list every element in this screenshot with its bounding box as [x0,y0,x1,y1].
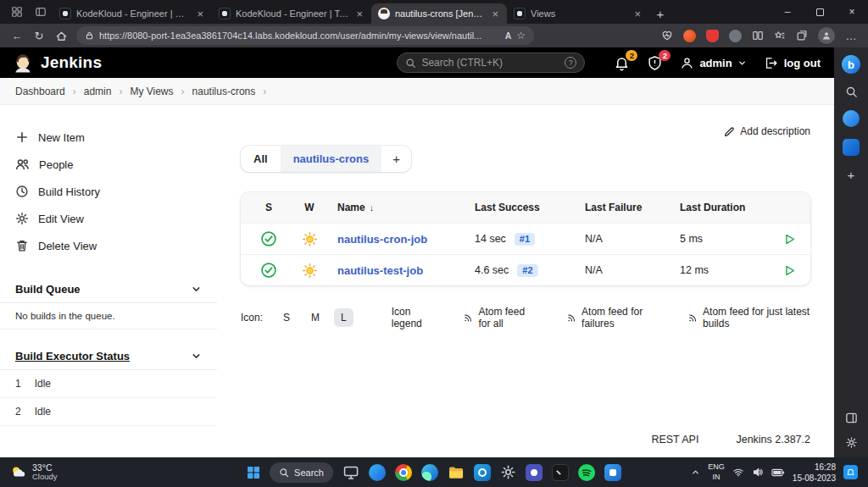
terminal-icon[interactable] [552,464,569,481]
build-number-badge[interactable]: #2 [517,264,537,277]
browser-tab[interactable]: KodeKloud - Engineer | Task × [212,3,371,24]
sidebar-item-build-history[interactable]: Build History [0,178,217,205]
weather-widget[interactable]: 33°C Cloudy [10,462,58,482]
icon-legend-link[interactable]: Icon legend [392,306,434,329]
copilot-icon[interactable] [369,464,386,481]
col-weather[interactable]: W [304,202,314,213]
last-success-time[interactable]: 4.6 sec [475,264,509,276]
jenkins-version[interactable]: Jenkins 2.387.2 [736,434,810,445]
back-button[interactable]: ← [7,25,27,46]
edge-icon[interactable] [421,464,438,481]
security-warning-icon[interactable]: 2 [647,55,663,71]
status-success-icon[interactable] [260,230,277,247]
executor-status-header[interactable]: Build Executor Status [0,341,217,370]
atom-feed-latest[interactable]: Atom feed for just latest builds [688,306,810,329]
view-tab-nautilus-crons[interactable]: nautilus-crons [281,146,382,172]
breadcrumb-nautilus-crons[interactable]: nautilus-crons [192,86,256,97]
taskbar-app-icon[interactable] [604,464,621,481]
browser-tab-active[interactable]: nautilus-crons [Jenkins] × [371,3,507,24]
job-link[interactable]: nautilus-test-job [331,264,475,277]
outlook-sidebar-icon[interactable] [843,139,860,156]
wifi-icon[interactable] [732,467,744,478]
adblock-icon[interactable] [706,30,719,42]
chrome-icon[interactable] [395,464,412,481]
logout-button[interactable]: log out [764,56,821,70]
sidebar-search-icon[interactable] [845,86,858,98]
run-build-button[interactable] [782,232,797,246]
language-indicator[interactable]: ENG IN [708,462,725,482]
weather-sun-icon[interactable] [302,263,318,279]
sidebar-item-new-item[interactable]: New Item [0,124,217,151]
home-button[interactable] [51,25,71,46]
weather-sun-icon[interactable] [302,231,318,247]
maximize-button[interactable] [804,0,836,24]
breadcrumb-my-views[interactable]: My Views [130,86,173,97]
collections-icon[interactable] [792,25,812,46]
sidebar-item-edit-view[interactable]: Edit View [0,205,217,232]
breadcrumb-dashboard[interactable]: Dashboard [15,86,65,97]
sidebar-panel-icon[interactable] [845,412,858,424]
tab-actions-icon[interactable] [7,3,27,21]
start-button[interactable] [247,466,260,479]
volume-icon[interactable] [752,467,764,478]
jenkins-logo[interactable] [14,53,32,74]
rest-api-link[interactable]: REST API [651,434,698,445]
sidebar-add-icon[interactable]: + [848,168,855,182]
run-build-button[interactable] [782,263,797,278]
tab-close-icon[interactable]: × [490,8,500,20]
chevron-down-icon[interactable] [191,351,202,362]
minimize-button[interactable]: – [771,0,804,24]
atom-feed-failures[interactable]: Atom feed for failures [567,306,658,329]
icon-size-small[interactable]: S [276,308,297,327]
view-tab-all[interactable]: All [241,146,281,172]
clock[interactable]: 16:28 15-08-2023 [793,462,836,484]
browser-tab[interactable]: KodeKloud - Engineer | Practice × [53,3,212,24]
settings-icon[interactable] [500,464,516,480]
build-queue-header[interactable]: Build Queue [0,274,217,303]
favorites-icon[interactable] [770,25,790,46]
tray-chevron-up-icon[interactable] [691,468,700,477]
chevron-down-icon[interactable] [191,284,202,295]
col-last-success[interactable]: Last Success [475,202,585,213]
workspaces-icon[interactable] [31,3,51,21]
notification-center-icon[interactable] [843,465,858,479]
search-input[interactable] [421,57,559,69]
new-tab-button[interactable]: + [649,3,671,24]
jenkins-search[interactable]: ? [397,53,585,73]
atom-feed-all[interactable]: Atom feed for all [464,306,537,329]
icon-size-large[interactable]: L [334,308,353,327]
sidebar-item-delete-view[interactable]: Delete View [0,232,217,259]
desktop-app-icon[interactable] [342,464,359,481]
col-status[interactable]: S [265,202,272,213]
tab-close-icon[interactable]: × [632,8,643,20]
spotify-icon[interactable] [578,464,595,481]
search-help-icon[interactable]: ? [565,57,576,69]
tab-close-icon[interactable]: × [195,8,205,20]
read-aloud-icon[interactable]: A [505,30,512,41]
col-last-duration[interactable]: Last Duration [680,202,778,213]
battery-icon[interactable] [771,468,785,478]
outlook-icon[interactable] [474,464,491,481]
breadcrumb-admin[interactable]: admin [84,86,112,97]
more-menu-icon[interactable]: … [841,25,861,46]
status-success-icon[interactable] [260,262,277,279]
close-window-button[interactable]: × [836,0,868,24]
browser-essentials-icon[interactable] [657,25,677,46]
bing-icon[interactable]: b [842,55,860,74]
build-number-badge[interactable]: #1 [515,233,535,246]
job-link[interactable]: nautilus-cron-job [331,233,475,246]
reload-button[interactable]: ↻ [29,25,49,46]
breadcrumb-caret[interactable]: › [263,86,266,97]
col-last-failure[interactable]: Last Failure [585,202,680,213]
sidebar-settings-icon[interactable] [845,436,858,449]
last-success-time[interactable]: 14 sec [475,233,506,245]
notifications-bell-icon[interactable]: 2 [614,55,630,71]
new-view-tab-button[interactable]: + [381,147,411,171]
extension-icon[interactable] [683,30,696,42]
address-bar[interactable]: https://8080-port-1ea3ea3861704c14.labs.… [76,26,534,45]
user-menu[interactable]: admin [680,56,746,70]
file-explorer-icon[interactable] [448,464,465,481]
sidebar-item-people[interactable]: People [0,151,217,178]
add-description-button[interactable]: Add description [241,125,810,137]
extension-icon[interactable] [729,30,742,42]
